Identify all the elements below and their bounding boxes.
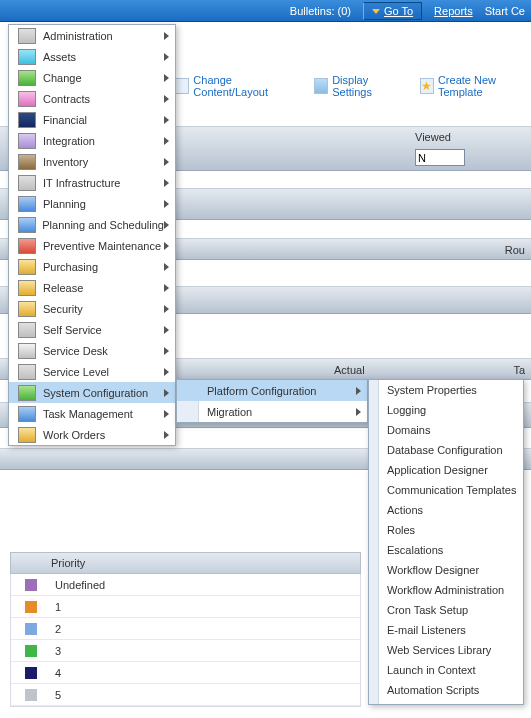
priority-label: 3 xyxy=(55,645,61,657)
leaf-item-e-mail-listeners[interactable]: E-mail Listeners xyxy=(369,620,523,640)
menu-item-preventive-maintenance[interactable]: Preventive Maintenance xyxy=(9,235,175,256)
leaf-item-logging[interactable]: Logging xyxy=(369,400,523,420)
menu-item-planning-and-scheduling[interactable]: Planning and Scheduling xyxy=(9,214,175,235)
chevron-right-icon xyxy=(164,242,169,250)
menu-item-label: IT Infrastructure xyxy=(43,177,164,189)
self-service-icon xyxy=(15,321,39,339)
leaf-item-application-designer[interactable]: Application Designer xyxy=(369,460,523,480)
service-level-icon xyxy=(15,363,39,381)
menu-item-release[interactable]: Release xyxy=(9,277,175,298)
menu-item-work-orders[interactable]: Work Orders xyxy=(9,424,175,445)
menu-item-assets[interactable]: Assets xyxy=(9,46,175,67)
create-new-template-button[interactable]: Create New Template xyxy=(420,74,531,98)
menu-item-integration[interactable]: Integration xyxy=(9,130,175,151)
submenu-item-platform-configuration[interactable]: Platform Configuration xyxy=(177,380,367,401)
leaf-item-workflow-designer[interactable]: Workflow Designer xyxy=(369,560,523,580)
menu-item-label: Planning and Scheduling xyxy=(42,219,164,231)
menu-item-label: Financial xyxy=(43,114,164,126)
priority-row[interactable]: 5 xyxy=(11,684,360,706)
leaf-item-system-properties[interactable]: System Properties xyxy=(369,380,523,400)
menu-item-system-configuration[interactable]: System Configuration xyxy=(9,382,175,403)
leaf-item-domains[interactable]: Domains xyxy=(369,420,523,440)
menu-item-planning[interactable]: Planning xyxy=(9,193,175,214)
leaf-item-cron-task-setup[interactable]: Cron Task Setup xyxy=(369,600,523,620)
settings-icon xyxy=(314,78,328,94)
leaf-item-actions[interactable]: Actions xyxy=(369,500,523,520)
leaf-item-automation-scripts[interactable]: Automation Scripts xyxy=(369,680,523,700)
leaf-item-launch-in-context[interactable]: Launch in Context xyxy=(369,660,523,680)
bulletins-indicator[interactable]: Bulletins: (0) xyxy=(290,5,351,17)
priority-row[interactable]: 1 xyxy=(11,596,360,618)
submenu-item-label: Platform Configuration xyxy=(207,385,316,397)
chevron-right-icon xyxy=(164,368,169,376)
menu-item-label: Service Level xyxy=(43,366,164,378)
leaf-item-communication-templates[interactable]: Communication Templates xyxy=(369,480,523,500)
menu-item-change[interactable]: Change xyxy=(9,67,175,88)
priority-label: 1 xyxy=(55,601,61,613)
priority-swatch-icon xyxy=(25,645,37,657)
change-content-layout-button[interactable]: Change Content/Layout xyxy=(175,74,296,98)
chevron-right-icon xyxy=(356,408,361,416)
financial-icon xyxy=(15,111,39,129)
ta-label: Ta xyxy=(513,364,525,376)
menu-item-financial[interactable]: Financial xyxy=(9,109,175,130)
menu-item-service-desk[interactable]: Service Desk xyxy=(9,340,175,361)
menu-item-label: Administration xyxy=(43,30,164,42)
menu-item-contracts[interactable]: Contracts xyxy=(9,88,175,109)
chevron-right-icon xyxy=(164,389,169,397)
menu-item-purchasing[interactable]: Purchasing xyxy=(9,256,175,277)
administration-icon xyxy=(15,27,39,45)
menu-item-inventory[interactable]: Inventory xyxy=(9,151,175,172)
priority-label: 2 xyxy=(55,623,61,635)
system-configuration-submenu[interactable]: Platform ConfigurationMigration xyxy=(176,379,368,423)
menu-item-self-service[interactable]: Self Service xyxy=(9,319,175,340)
chevron-right-icon xyxy=(164,53,169,61)
actual-label: Actual xyxy=(334,364,365,376)
menu-item-label: System Configuration xyxy=(43,387,164,399)
routing-label: Rou xyxy=(505,244,525,256)
chevron-right-icon xyxy=(164,137,169,145)
leaf-item-database-configuration[interactable]: Database Configuration xyxy=(369,440,523,460)
integration-icon xyxy=(15,132,39,150)
chevron-right-icon xyxy=(164,158,169,166)
viewed-input[interactable] xyxy=(415,149,465,166)
priority-label: Undefined xyxy=(55,579,105,591)
priority-row[interactable]: Undefined xyxy=(11,574,360,596)
layout-icon xyxy=(175,78,189,94)
work-orders-icon xyxy=(15,426,39,444)
menu-item-label: Planning xyxy=(43,198,164,210)
menu-item-label: Purchasing xyxy=(43,261,164,273)
display-settings-button[interactable]: Display Settings xyxy=(314,74,402,98)
change-content-label: Change Content/Layout xyxy=(193,74,296,98)
go-to-menu-trigger[interactable]: Go To xyxy=(363,2,422,20)
star-icon xyxy=(420,78,434,94)
reports-link[interactable]: Reports xyxy=(434,5,473,17)
menu-item-label: Assets xyxy=(43,51,164,63)
chevron-right-icon xyxy=(164,95,169,103)
menu-item-administration[interactable]: Administration xyxy=(9,25,175,46)
it-infrastructure-icon xyxy=(15,174,39,192)
submenu-item-label: Migration xyxy=(207,406,252,418)
leaf-item-escalations[interactable]: Escalations xyxy=(369,540,523,560)
submenu-item-migration[interactable]: Migration xyxy=(177,401,367,422)
menu-item-service-level[interactable]: Service Level xyxy=(9,361,175,382)
viewed-label: Viewed xyxy=(415,131,451,143)
leaf-item-workflow-administration[interactable]: Workflow Administration xyxy=(369,580,523,600)
platform-configuration-submenu[interactable]: System PropertiesLoggingDomainsDatabase … xyxy=(368,379,524,705)
menu-item-it-infrastructure[interactable]: IT Infrastructure xyxy=(9,172,175,193)
menu-item-security[interactable]: Security xyxy=(9,298,175,319)
menu-item-label: Release xyxy=(43,282,164,294)
planning-icon xyxy=(15,195,39,213)
chevron-right-icon xyxy=(164,347,169,355)
inventory-icon xyxy=(15,153,39,171)
menu-item-task-management[interactable]: Task Management xyxy=(9,403,175,424)
start-center-link[interactable]: Start Ce xyxy=(485,5,525,17)
priority-row[interactable]: 2 xyxy=(11,618,360,640)
leaf-item-web-services-library[interactable]: Web Services Library xyxy=(369,640,523,660)
priority-row[interactable]: 4 xyxy=(11,662,360,684)
priority-row[interactable]: 3 xyxy=(11,640,360,662)
leaf-item-roles[interactable]: Roles xyxy=(369,520,523,540)
chevron-right-icon xyxy=(164,74,169,82)
chevron-right-icon xyxy=(164,116,169,124)
go-to-dropdown[interactable]: AdministrationAssetsChangeContractsFinan… xyxy=(8,24,176,446)
